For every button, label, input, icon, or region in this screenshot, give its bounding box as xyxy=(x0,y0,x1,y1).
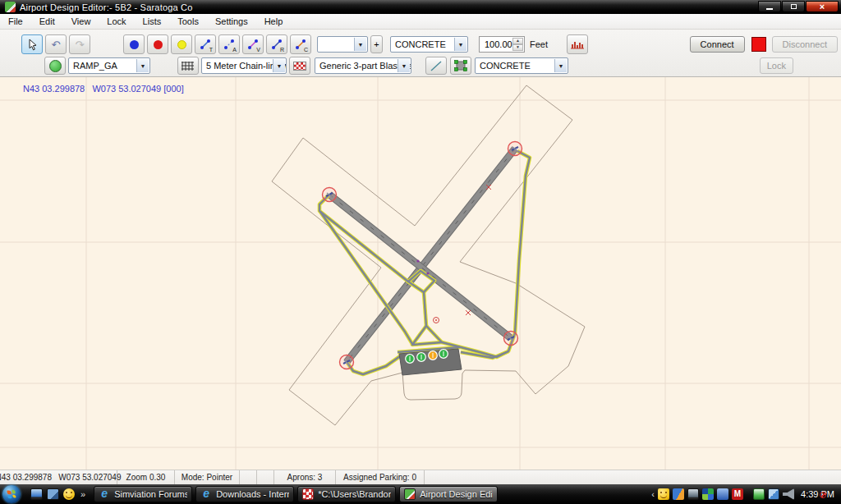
redo-button[interactable]: ↷ xyxy=(69,34,90,54)
link-button-c[interactable]: C xyxy=(290,34,311,54)
task-button-airport-design-editor[interactable]: Airport Design Edito... xyxy=(399,486,498,502)
status-aprons: Aprons: 3 xyxy=(274,470,336,484)
taxiway[interactable] xyxy=(320,212,412,344)
close-button[interactable]: × xyxy=(806,1,839,12)
menu-item-lists[interactable]: Lists xyxy=(135,15,170,28)
document-icon xyxy=(302,488,314,500)
pointer-icon xyxy=(27,39,38,51)
yellow-dot-icon xyxy=(177,40,186,49)
tray-app-icon[interactable] xyxy=(702,488,714,500)
taskbar-clock[interactable]: 4:39 PM xyxy=(801,489,834,499)
task-button-simviation[interactable]: e Simviation Forums -... xyxy=(94,486,192,502)
vehicle-link-icon: V xyxy=(246,39,260,51)
tray-volume-muted-icon[interactable] xyxy=(783,488,794,500)
apron-surface-combo[interactable]: CONCRETE▼ xyxy=(475,57,568,74)
add-red-node-button[interactable] xyxy=(147,34,168,54)
undo-icon: ↶ xyxy=(52,39,61,51)
chevron-down-icon: ▼ xyxy=(454,38,466,51)
menu-item-settings[interactable]: Settings xyxy=(207,15,256,28)
lock-button[interactable]: Lock xyxy=(760,57,793,74)
start-location-tool-button[interactable] xyxy=(44,57,66,75)
chevron-down-icon: ▼ xyxy=(554,59,567,72)
tray-power-icon[interactable] xyxy=(753,488,765,500)
pointer-tool-button[interactable] xyxy=(21,34,43,54)
start-location-icon xyxy=(49,60,62,72)
chevron-down-icon: ▼ xyxy=(273,59,285,72)
map-canvas[interactable]: N43 03.299878 W073 53.027049 [000] xyxy=(0,77,841,470)
taxi-link-icon: T xyxy=(199,39,212,51)
status-spare-3 xyxy=(425,470,841,484)
redo-icon: ↷ xyxy=(76,39,85,51)
closed-link-icon: C xyxy=(294,39,307,51)
stepper-up-icon[interactable]: ▲ xyxy=(512,38,523,44)
fence-tool-button[interactable] xyxy=(177,57,199,75)
add-link-type-button[interactable]: + xyxy=(370,35,383,53)
menu-item-lock[interactable]: Lock xyxy=(99,15,134,28)
messenger-smiley-icon[interactable] xyxy=(63,488,75,500)
menu-item-tools[interactable]: Tools xyxy=(169,15,207,28)
ade-app-icon[interactable] xyxy=(5,2,16,12)
cursor-coordinate-readout: N43 03.299878 W073 53.027049 [000] xyxy=(23,84,184,94)
link-button-r[interactable]: R xyxy=(266,34,287,54)
profile-tool-button[interactable] xyxy=(567,34,588,54)
marker-dot[interactable] xyxy=(416,259,419,262)
blue-dot-icon xyxy=(130,40,139,49)
tray-smiley-icon[interactable] xyxy=(658,488,669,500)
link-button-t[interactable]: T xyxy=(195,34,216,54)
minimize-button[interactable] xyxy=(758,1,781,12)
switch-windows-icon[interactable] xyxy=(47,488,59,500)
show-desktop-icon[interactable] xyxy=(30,488,43,500)
restore-button[interactable] xyxy=(782,1,805,12)
stepper-down-icon[interactable]: ▼ xyxy=(512,44,523,51)
tray-photo-gallery-icon[interactable] xyxy=(673,488,684,500)
menu-bar: File Edit View Lock Lists Tools Settings… xyxy=(0,14,841,30)
link-button-v[interactable]: V xyxy=(242,34,264,54)
status-zoom: Zoom 0.30 xyxy=(117,470,175,484)
width-stepper[interactable]: 100.00 ▲▼ xyxy=(479,36,525,53)
taxiway-edge[interactable] xyxy=(319,195,408,282)
disconnect-button[interactable]: Disconnect xyxy=(772,36,838,53)
runway-link-icon: R xyxy=(270,39,283,51)
fence-type-combo[interactable]: 5 Meter Chain-link with ben▼ xyxy=(201,57,287,74)
surface-combo[interactable]: CONCRETE▼ xyxy=(390,36,468,53)
tray-overflow-chevron[interactable]: ‹ xyxy=(651,489,655,499)
tray-display-icon[interactable] xyxy=(687,488,699,500)
status-mode: Mode: Pointer xyxy=(175,470,240,484)
start-button[interactable] xyxy=(2,485,21,503)
status-assigned-parking: Assigned Parking: 0 xyxy=(336,470,425,484)
chevron-down-icon: ▼ xyxy=(398,59,410,72)
link-type-combo[interactable]: ▼ xyxy=(317,36,368,53)
menu-item-help[interactable]: Help xyxy=(256,15,292,28)
taskbar: » e Simviation Forums -... e Downloads -… xyxy=(0,484,841,504)
menu-item-view[interactable]: View xyxy=(63,15,99,28)
status-spare-2 xyxy=(257,470,274,484)
tray-network-icon[interactable] xyxy=(768,488,779,500)
menu-item-edit[interactable]: Edit xyxy=(31,15,63,28)
select-area-tool-button[interactable] xyxy=(450,57,471,75)
add-yellow-node-button[interactable] xyxy=(171,34,192,54)
airport-diagram[interactable] xyxy=(0,77,841,470)
toolbar: ↶ ↷ T A V R xyxy=(0,30,841,77)
red-dot-icon xyxy=(154,40,163,49)
blast-fence-combo[interactable]: Generic 3-part Blast Fence▼ xyxy=(315,57,411,74)
blast-fence-tool-button[interactable] xyxy=(289,57,310,75)
checker-icon xyxy=(293,62,306,71)
width-unit-label: Feet xyxy=(530,39,548,49)
minimize-icon xyxy=(766,8,773,10)
draw-line-tool-button[interactable] xyxy=(425,57,447,75)
link-button-a[interactable]: A xyxy=(218,34,240,54)
window-title: Airport Design Editor:- 5B2 - Saratoga C… xyxy=(20,2,193,12)
internet-explorer-icon: e xyxy=(200,488,212,500)
apron-link-icon: A xyxy=(223,39,236,51)
undo-button[interactable]: ↶ xyxy=(45,34,67,54)
ramp-combo[interactable]: RAMP_GA▼ xyxy=(68,57,150,74)
quick-launch-overflow-chevron[interactable]: » xyxy=(80,489,85,499)
task-button-downloads[interactable]: e Downloads - Interne... xyxy=(195,486,294,502)
connect-button[interactable]: Connect xyxy=(690,36,745,53)
tray-sidebar-icon[interactable] xyxy=(717,488,728,500)
task-button-file[interactable]: *C:\Users\Brandon\... xyxy=(297,486,396,502)
marker-dot[interactable] xyxy=(426,272,429,274)
menu-item-file[interactable]: File xyxy=(0,15,31,28)
add-blue-node-button[interactable] xyxy=(123,34,145,54)
tray-mcafee-icon[interactable]: M xyxy=(732,488,743,500)
